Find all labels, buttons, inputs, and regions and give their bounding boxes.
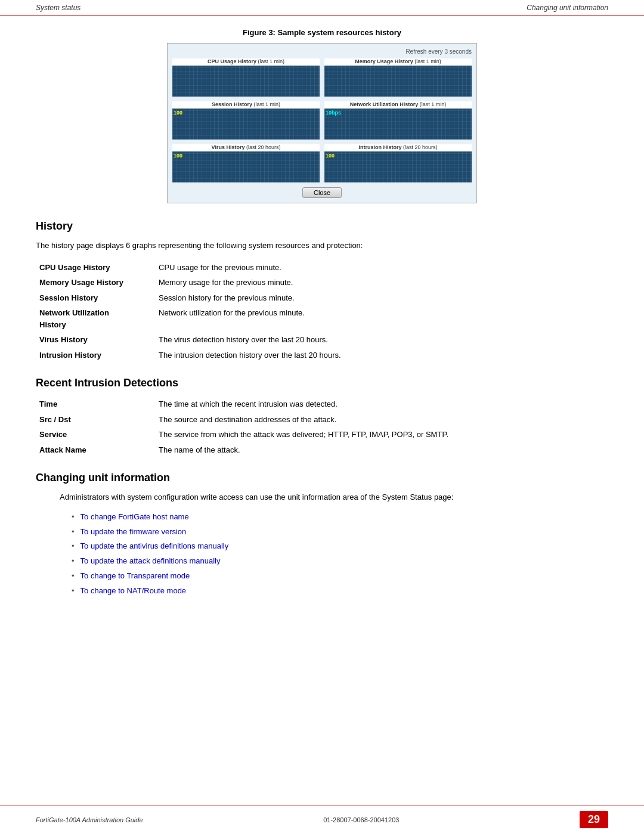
- term-virus: Virus History: [36, 332, 155, 348]
- term-session: Session History: [36, 290, 155, 306]
- graph-intrusion-label: Intrusion History (last 20 hours): [324, 144, 472, 150]
- history-heading: History: [36, 220, 608, 233]
- graph-cpu: CPU Usage History (last 1 min): [172, 58, 320, 97]
- figure-caption: Figure 3: Sample system resources histor…: [36, 28, 608, 37]
- list-item: To change FortiGate host name: [72, 511, 608, 524]
- table-row: Src / Dst The source and destination add…: [36, 412, 608, 428]
- list-item: To update the firmware version: [72, 526, 608, 538]
- link-attack-defs[interactable]: To update the attack definitions manuall…: [80, 555, 221, 568]
- footer-page-number: 29: [580, 811, 608, 828]
- graph-virus-label: Virus History (last 20 hours): [172, 144, 320, 150]
- table-row: Virus History The virus detection histor…: [36, 332, 608, 348]
- term-cpu: CPU Usage History: [36, 260, 155, 275]
- graph-network-area: 10bps: [324, 109, 472, 140]
- close-button[interactable]: Close: [302, 187, 342, 198]
- def-time: The time at which the recent intrusion w…: [155, 397, 608, 412]
- intrusion-section: Recent Intrusion Detections Time The tim…: [36, 377, 608, 457]
- table-row: Service The service from which the attac…: [36, 427, 608, 442]
- graph-network: Network Utilization History (last 1 min)…: [324, 101, 472, 140]
- def-service: The service from which the attack was de…: [155, 427, 608, 442]
- graph-intrusion-area: 100: [324, 151, 472, 182]
- graph-session: Session History (last 1 min) 100: [172, 101, 320, 140]
- page-footer: FortiGate-100A Administration Guide 01-2…: [0, 806, 644, 833]
- graph-cpu-label: CPU Usage History (last 1 min): [172, 58, 320, 64]
- intrusion-table: Time The time at which the recent intrus…: [36, 397, 608, 457]
- graph-session-area: 100: [172, 109, 320, 140]
- history-section: History The history page displays 6 grap…: [36, 220, 608, 363]
- def-cpu: CPU usage for the previous minute.: [155, 260, 608, 275]
- table-row: CPU Usage History CPU usage for the prev…: [36, 260, 608, 275]
- graph-network-label: Network Utilization History (last 1 min): [324, 101, 472, 107]
- changing-links-list: To change FortiGate host name To update …: [72, 511, 608, 597]
- figure-container: Figure 3: Sample system resources histor…: [36, 28, 608, 203]
- graph-intrusion: Intrusion History (last 20 hours) 100: [324, 144, 472, 182]
- history-table: CPU Usage History CPU usage for the prev…: [36, 260, 608, 363]
- history-intro: The history page displays 6 graphs repre…: [36, 240, 608, 252]
- intrusion-heading: Recent Intrusion Detections: [36, 377, 608, 389]
- graph-memory-area: [324, 66, 472, 97]
- list-item: To update the attack definitions manuall…: [72, 555, 608, 568]
- term-memory: Memory Usage History: [36, 275, 155, 290]
- graph-session-label: Session History (last 1 min): [172, 101, 320, 107]
- link-antivirus[interactable]: To update the antivirus definitions manu…: [80, 540, 229, 553]
- changing-section: Changing unit information Administrators…: [36, 472, 608, 597]
- def-attackname: The name of the attack.: [155, 442, 608, 458]
- page-header: System status Changing unit information: [0, 0, 644, 16]
- graph-cpu-area: [172, 66, 320, 97]
- history-image: Refresh every 3 seconds CPU Usage Histor…: [167, 43, 477, 203]
- header-left: System status: [36, 4, 80, 12]
- link-firmware[interactable]: To update the firmware version: [80, 526, 187, 538]
- link-transparent[interactable]: To change to Transparent mode: [80, 570, 190, 583]
- footer-center: 01-28007-0068-20041203: [323, 816, 399, 823]
- table-row: Session History Session history for the …: [36, 290, 608, 306]
- close-btn-row: Close: [172, 187, 472, 198]
- changing-heading: Changing unit information: [36, 472, 608, 484]
- def-srcdst: The source and destination addresses of …: [155, 412, 608, 428]
- graph-virus-area: 100: [172, 151, 320, 182]
- table-row: Intrusion History The intrusion detectio…: [36, 348, 608, 363]
- list-item: To update the antivirus definitions manu…: [72, 540, 608, 553]
- list-item: To change to Transparent mode: [72, 570, 608, 583]
- table-row: Network UtilizationHistory Network utili…: [36, 305, 608, 332]
- term-network: Network UtilizationHistory: [36, 305, 155, 332]
- graph-memory: Memory Usage History (last 1 min): [324, 58, 472, 97]
- graph-memory-label: Memory Usage History (last 1 min): [324, 58, 472, 64]
- term-srcdst: Src / Dst: [36, 412, 155, 428]
- footer-left: FortiGate-100A Administration Guide: [36, 816, 143, 823]
- table-row: Attack Name The name of the attack.: [36, 442, 608, 458]
- link-nat-route[interactable]: To change to NAT/Route mode: [80, 585, 187, 597]
- header-right: Changing unit information: [527, 4, 608, 12]
- table-row: Memory Usage History Memory usage for th…: [36, 275, 608, 290]
- link-hostname[interactable]: To change FortiGate host name: [80, 511, 189, 524]
- def-memory: Memory usage for the previous minute.: [155, 275, 608, 290]
- changing-intro: Administrators with system configuration…: [60, 491, 608, 504]
- refresh-text: Refresh every 3 seconds: [172, 48, 472, 55]
- graph-virus: Virus History (last 20 hours) 100: [172, 144, 320, 182]
- def-virus: The virus detection history over the las…: [155, 332, 608, 348]
- def-network: Network utilization for the previous min…: [155, 305, 608, 332]
- term-service: Service: [36, 427, 155, 442]
- term-time: Time: [36, 397, 155, 412]
- def-session: Session history for the previous minute.: [155, 290, 608, 306]
- list-item: To change to NAT/Route mode: [72, 585, 608, 597]
- graphs-grid: CPU Usage History (last 1 min) Memory Us…: [172, 58, 472, 182]
- def-intrusion: The intrusion detection history over the…: [155, 348, 608, 363]
- term-attackname: Attack Name: [36, 442, 155, 458]
- table-row: Time The time at which the recent intrus…: [36, 397, 608, 412]
- term-intrusion: Intrusion History: [36, 348, 155, 363]
- main-content: Figure 3: Sample system resources histor…: [0, 28, 644, 636]
